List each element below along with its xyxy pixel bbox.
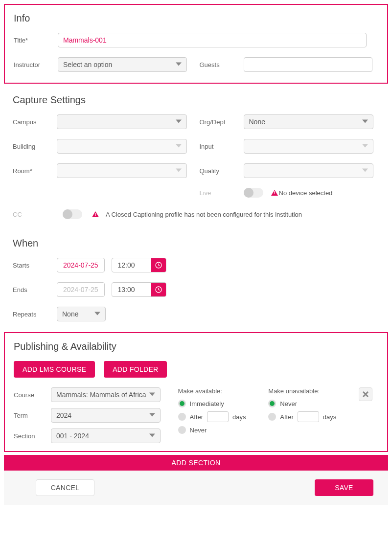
cancel-button[interactable]: CANCEL [36, 479, 94, 496]
chevron-down-icon [94, 310, 100, 318]
input-select [244, 139, 374, 154]
chevron-down-icon [176, 167, 182, 175]
ends-label: Ends [13, 286, 57, 293]
live-label: Live [200, 189, 244, 197]
chevron-down-icon [176, 61, 182, 68]
quality-label: Quality [200, 167, 244, 175]
section-select[interactable]: 001 - 2024 [51, 428, 161, 443]
when-heading: When [13, 238, 373, 249]
starts-label: Starts [13, 262, 57, 269]
radio-available-immediately[interactable] [178, 400, 186, 407]
publishing-panel: Publishing & Availability ADD LMS COURSE… [4, 332, 388, 452]
add-lms-course-button[interactable]: ADD LMS COURSE [14, 361, 95, 378]
instructor-select[interactable]: Select an option [58, 57, 187, 72]
chevron-down-icon [362, 167, 368, 175]
radio-available-after[interactable] [178, 413, 186, 421]
building-select [57, 139, 187, 154]
live-toggle[interactable] [244, 188, 263, 198]
capture-heading: Capture Settings [13, 94, 373, 106]
input-label: Input [200, 143, 244, 150]
chevron-down-icon [149, 411, 155, 419]
ends-date-input: 2024-07-25 [57, 282, 105, 297]
publishing-heading: Publishing & Availability [14, 341, 372, 352]
live-warning: No device selected [279, 189, 333, 197]
when-panel: When Starts 2024-07-25 12:00 Ends 2024-0 [4, 230, 388, 329]
starts-time-input[interactable]: 12:00 [112, 258, 166, 272]
instructor-label: Instructor [14, 61, 58, 68]
building-label: Building [13, 143, 57, 150]
quality-select [244, 163, 374, 178]
clock-icon[interactable] [151, 258, 166, 272]
term-select[interactable]: 2024 [51, 408, 161, 423]
campus-select[interactable] [57, 114, 187, 129]
clock-icon[interactable] [151, 282, 166, 297]
info-panel: Info Title* Instructor Select an option [4, 4, 388, 84]
course-select[interactable]: Mammals: Mammals of Africa [51, 387, 161, 402]
remove-section-button[interactable] [359, 387, 372, 401]
orgdept-label: Org/Dept [200, 118, 244, 126]
cc-warning: A Closed Captioning profile has not been… [106, 211, 302, 218]
chevron-down-icon [362, 142, 368, 150]
capture-settings-panel: Capture Settings Campus Org/Dept None [4, 87, 388, 227]
chevron-down-icon [176, 142, 182, 150]
add-section-button[interactable]: ADD SECTION [4, 455, 388, 471]
warning-icon [271, 190, 278, 196]
info-heading: Info [14, 13, 372, 24]
radio-unavailable-after[interactable] [268, 413, 276, 421]
orgdept-select[interactable]: None [244, 114, 374, 129]
chevron-down-icon [149, 432, 155, 440]
add-folder-button[interactable]: ADD FOLDER [104, 361, 167, 378]
room-label: Room* [13, 167, 57, 175]
room-select [57, 163, 187, 178]
make-unavailable-label: Make unavailable: [268, 387, 347, 395]
starts-date-input[interactable]: 2024-07-25 [57, 258, 105, 272]
unavailable-after-days-input[interactable] [298, 411, 319, 422]
term-label: Term [14, 412, 51, 419]
available-after-days-input[interactable] [207, 411, 229, 422]
chevron-down-icon [176, 118, 182, 126]
footer: ADD SECTION CANCEL SAVE [4, 455, 388, 505]
cc-toggle[interactable] [63, 209, 82, 219]
make-available-label: Make available: [178, 387, 257, 395]
campus-label: Campus [13, 118, 57, 126]
warning-icon [92, 211, 99, 217]
repeats-label: Repeats [13, 311, 57, 318]
radio-unavailable-never[interactable] [268, 400, 276, 407]
cc-label: CC [13, 211, 57, 218]
repeats-select[interactable]: None [57, 307, 106, 321]
guests-label: Guests [200, 61, 244, 68]
title-input[interactable] [58, 33, 367, 47]
course-label: Course [14, 391, 51, 399]
section-label: Section [14, 432, 51, 440]
title-label: Title* [14, 37, 58, 44]
guests-input[interactable] [244, 57, 373, 72]
radio-available-never[interactable] [178, 426, 186, 434]
chevron-down-icon [362, 118, 368, 126]
save-button[interactable]: SAVE [315, 479, 373, 496]
ends-time-input[interactable]: 13:00 [112, 282, 166, 297]
